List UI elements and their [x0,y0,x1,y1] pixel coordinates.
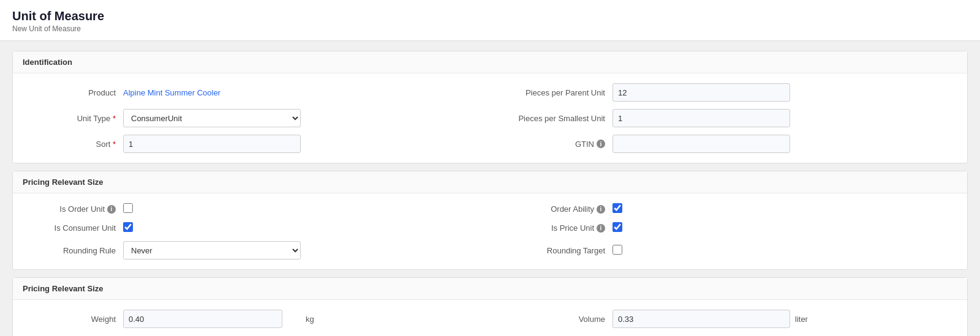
rounding-rule-control: Never Up Down Nearest [123,241,301,259]
sort-gtin-row: Sort GTIN i [25,135,955,153]
is-order-unit-checkbox[interactable] [123,203,133,213]
order-ability-info-icon: i [597,205,605,214]
gtin-label: GTIN i [490,140,612,149]
section-pricing-1: Pricing Relevant Size Is Order Unit i [12,171,968,270]
main-content: Identification Product Alpine Mint Summe… [0,41,980,336]
rounding-rule-label: Rounding Rule [25,246,123,255]
rounding-target-checkbox[interactable] [612,245,622,255]
pricing-1-section-body: Is Order Unit i Order Ability i [13,193,967,269]
gtin-info-icon: i [597,140,605,148]
rounding-target-control [612,245,790,256]
pricing-1-section-header: Pricing Relevant Size [13,171,967,193]
is-consumer-unit-label: Is Consumer Unit [25,223,123,233]
order-ability-checkbox[interactable] [612,203,622,213]
consumer-unit-row: Is Consumer Unit Is Price Unit i [25,222,955,234]
pieces-smallest-control [612,109,790,127]
sort-input[interactable] [123,135,301,153]
section-identification: Identification Product Alpine Mint Summe… [12,51,968,163]
rounding-rule-left: Rounding Rule Never Up Down Nearest [25,241,490,259]
is-price-unit-right: Is Price Unit i [490,222,955,234]
volume-label: Volume [490,315,612,324]
page-header: Unit of Measure New Unit of Measure [0,0,980,41]
sort-left: Sort [25,135,490,153]
is-order-unit-label: Is Order Unit i [25,204,123,214]
pieces-parent-control [612,83,790,102]
order-ability-label: Order Ability i [490,204,612,214]
pieces-parent-label: Pieces per Parent Unit [490,88,612,97]
pieces-per-smallest-input[interactable] [612,109,790,127]
pieces-smallest-label: Pieces per Smallest Unit [490,114,612,123]
sort-control [123,135,301,153]
is-consumer-unit-control [123,222,301,234]
rounding-row: Rounding Rule Never Up Down Nearest Roun… [25,241,955,259]
page-subtitle: New Unit of Measure [12,24,968,33]
weight-unit-label: kg [306,315,314,324]
weight-label: Weight [25,315,123,324]
identification-section-body: Product Alpine Mint Summer Cooler Pieces… [13,73,967,163]
pricing-2-section-header: Pricing Relevant Size [13,278,967,300]
is-price-unit-label: Is Price Unit i [490,223,612,233]
unit-type-row: Unit Type ConsumerUnit BaseUnit Orderabl… [25,109,955,127]
unit-type-left: Unit Type ConsumerUnit BaseUnit Orderabl… [25,109,490,127]
page-container: Unit of Measure New Unit of Measure Iden… [0,0,980,336]
gtin-input[interactable] [612,135,790,153]
unit-type-select[interactable]: ConsumerUnit BaseUnit OrderableUnit [123,109,301,127]
weight-input[interactable] [123,310,282,328]
rounding-rule-select[interactable]: Never Up Down Nearest [123,241,301,259]
volume-unit-label: liter [795,315,808,324]
sort-label: Sort [25,140,123,149]
identification-section-header: Identification [13,51,967,73]
order-ability-control [612,203,790,215]
volume-control [612,310,790,328]
section-pricing-2: Pricing Relevant Size Weight kg Volume [12,277,968,336]
unit-type-control: ConsumerUnit BaseUnit OrderableUnit [123,109,301,127]
is-order-unit-control [123,203,301,215]
gtin-control [612,135,790,153]
is-consumer-unit-checkbox[interactable] [123,222,133,232]
gtin-right: GTIN i [490,135,955,153]
pieces-parent-right: Pieces per Parent Unit [490,83,955,102]
rounding-target-label: Rounding Target [490,246,612,255]
volume-input[interactable] [612,310,790,328]
product-control: Alpine Mint Summer Cooler [123,88,301,97]
order-ability-right: Order Ability i [490,203,955,215]
volume-right: Volume liter [490,310,955,328]
weight-volume-row: Weight kg Volume liter [25,310,955,328]
order-unit-info-icon: i [107,205,116,214]
weight-control [123,310,301,328]
rounding-target-right: Rounding Target [490,245,955,256]
product-left: Product Alpine Mint Summer Cooler [25,88,490,97]
weight-left: Weight kg [25,310,490,328]
is-price-unit-control [612,222,790,234]
is-order-unit-left: Is Order Unit i [25,203,490,215]
product-label: Product [25,88,123,97]
order-unit-row: Is Order Unit i Order Ability i [25,203,955,215]
pricing-2-section-body: Weight kg Volume liter [13,300,967,336]
unit-type-label: Unit Type [25,114,123,123]
pieces-per-parent-input[interactable] [612,83,790,102]
product-row: Product Alpine Mint Summer Cooler Pieces… [25,83,955,102]
is-price-unit-checkbox[interactable] [612,222,622,232]
page-title: Unit of Measure [12,9,968,23]
product-link[interactable]: Alpine Mint Summer Cooler [123,88,221,97]
is-consumer-unit-left: Is Consumer Unit [25,222,490,234]
price-unit-info-icon: i [597,224,605,233]
pieces-smallest-right: Pieces per Smallest Unit [490,109,955,127]
